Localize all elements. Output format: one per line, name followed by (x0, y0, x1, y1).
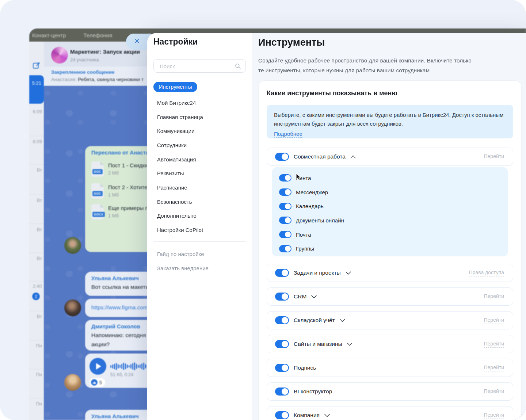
info-text: Выберите, с какими инструментами вы буде… (274, 111, 513, 119)
chevron-up-icon[interactable] (350, 155, 356, 161)
chat-avatar[interactable] (51, 47, 68, 64)
settings-title: Настройки (153, 37, 198, 47)
go-to-link[interactable]: Перейти (484, 364, 504, 371)
sidebar-item-employees[interactable]: Сотрудники (153, 138, 248, 152)
toggle-company[interactable] (275, 411, 289, 419)
screenshot-root: Конакт-центр Телефония Настройки 5:21 6:… (0, 0, 526, 420)
play-button[interactable] (89, 358, 106, 375)
subtool-label: Документы онлайн (296, 217, 344, 224)
subtool-label: Группы (296, 245, 314, 252)
toggle-messenger[interactable] (279, 188, 291, 196)
tool-label: Складской учёт (294, 317, 335, 324)
tool-row-crm: CRM Перейти (267, 287, 513, 306)
pinned-text: Ребята, скинула черновики т (77, 77, 144, 82)
message-text: акции? (91, 341, 110, 348)
toggle-docs-online[interactable] (279, 217, 291, 224)
sidebar-item-requisites[interactable]: Реквизиты (153, 166, 248, 180)
sidebar-item-automation[interactable]: Автоматизация (153, 152, 248, 167)
sidebar-item-main-page[interactable]: Главная страница (153, 110, 248, 124)
chevron-down-icon[interactable] (324, 412, 330, 417)
sidebar-item-security[interactable]: Безопасность (153, 195, 248, 209)
settings-menu: Мой Битрикс24 Главная страница Коммуника… (153, 96, 248, 237)
more-details-link[interactable]: Подробнее (274, 131, 302, 138)
settings-search (153, 59, 246, 73)
chevron-down-icon[interactable] (345, 269, 351, 275)
nav-tab-contact-center[interactable]: Конакт-центр (32, 32, 66, 38)
avatar[interactable] (64, 299, 81, 316)
chat-item-time: 6:09 (29, 109, 42, 114)
sidebar-item-copilot[interactable]: Настройки CoPilot (153, 223, 248, 237)
toggle-feed[interactable] (279, 174, 291, 182)
go-to-link[interactable]: Перейти (484, 412, 504, 419)
avatar[interactable] (64, 237, 81, 254)
sidebar-item-additional[interactable]: Дополнительно (153, 209, 248, 223)
subtool-row-groups: Группы (279, 241, 508, 256)
access-rights-link[interactable]: Права доступа (469, 270, 504, 276)
nav-tab-telephony[interactable]: Телефония (84, 32, 113, 38)
info-text: инструментам будет закрыт для всех сотру… (274, 119, 513, 128)
sidebar-divider (153, 241, 246, 242)
collaboration-subtools: Лента Мессенджер Календарь Документы онл… (272, 167, 508, 256)
pinned-label: Закрепленное сообщение (51, 69, 115, 75)
chat-item-time: Вт (29, 227, 42, 232)
subtool-row-messenger: Мессенджер (279, 185, 508, 199)
tool-label: CRM (294, 293, 306, 300)
toggle-inventory[interactable] (275, 316, 289, 324)
toggle-bi-builder[interactable] (275, 387, 289, 396)
order-implementation-link[interactable]: Заказать внедрение (153, 261, 248, 275)
compose-icon[interactable] (32, 61, 41, 72)
setup-guide-link[interactable]: Гайд по настройке (153, 247, 248, 261)
toggle-sign[interactable] (275, 364, 289, 372)
sidebar-item-schedule[interactable]: Расписание (153, 180, 248, 195)
sidebar-item-my-bitrix24[interactable]: Мой Битрикс24 (153, 96, 248, 110)
chevron-down-icon[interactable] (311, 293, 317, 299)
card-title: Какие инструменты показывать в меню (267, 89, 397, 97)
chat-item-time: Вт (29, 198, 42, 203)
search-input[interactable] (159, 60, 233, 73)
reaction-count: 5 (99, 380, 102, 385)
chevron-down-icon[interactable] (339, 317, 345, 322)
chat-title: Маркетинг: Запуск акции (70, 49, 140, 55)
go-to-link[interactable]: Перейти (484, 341, 504, 348)
sidebar-item-communications[interactable]: Коммуникации (153, 124, 248, 138)
selected-chat-item[interactable]: 5:21 (29, 75, 44, 104)
toggle-groups[interactable] (279, 245, 291, 252)
file-size: 2 Мб (108, 170, 119, 176)
unread-count-badge: 2 (32, 293, 40, 300)
reaction-pill[interactable]: 5 (89, 378, 105, 387)
toggle-crm[interactable] (275, 293, 289, 301)
message-author[interactable]: Ульяна Алькевич (91, 275, 139, 281)
tool-label: Совместная работа (294, 153, 346, 160)
chat-item-time: Вт (29, 314, 42, 319)
toggle-collaboration[interactable] (275, 153, 289, 161)
chat-members-count: 24 участника (70, 57, 99, 62)
subtool-label: Календарь (296, 203, 324, 209)
toggle-sites[interactable] (275, 340, 289, 348)
info-box: Выберите, с какими инструментами вы буде… (267, 105, 513, 138)
tool-row-tasks: Задачи и проекты Права доступа (267, 264, 513, 282)
go-to-link[interactable]: Перейти (484, 153, 504, 160)
pinned-preview: Анастасия: Ребята, скинула черновики т (51, 77, 144, 82)
tool-row-company: Компания Перейти (267, 406, 513, 420)
sidebar-footer: Гайд по настройке Заказать внедрение (153, 247, 248, 275)
go-to-link[interactable]: Перейти (484, 317, 504, 324)
subtool-row-calendar: Календарь (279, 199, 508, 213)
sidebar-item-tools-selected[interactable]: Инструменты (153, 82, 197, 92)
go-to-link[interactable]: Перейти (484, 388, 504, 395)
file-type-badge: DOC (92, 191, 103, 196)
toggle-calendar[interactable] (279, 203, 291, 210)
file-type-badge: DOCX (92, 212, 105, 217)
toggle-mail[interactable] (279, 231, 291, 238)
chevron-down-icon[interactable] (347, 340, 352, 346)
message-author[interactable]: Дмитрий Соколов (91, 323, 140, 329)
mouse-cursor (296, 173, 302, 181)
docx-file-icon: DOCX (91, 204, 104, 219)
subtool-label: Мессенджер (296, 189, 328, 195)
toggle-tasks[interactable] (275, 269, 289, 277)
tool-label: Задачи и проекты (294, 270, 341, 276)
chat-item-time: 6:09 (29, 139, 42, 144)
go-to-link[interactable]: Перейти (484, 293, 504, 300)
avatar[interactable] (64, 374, 81, 391)
doc-file-icon: DOC (91, 183, 104, 199)
message-author[interactable]: Ульяна Алькевич (91, 413, 139, 419)
